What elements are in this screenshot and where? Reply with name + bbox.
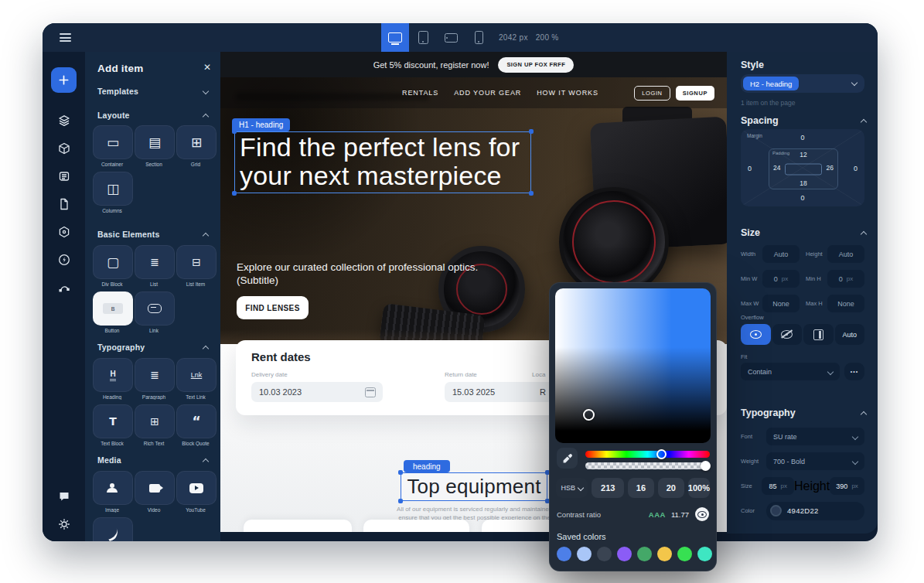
- alpha-value-input[interactable]: 100%: [688, 478, 710, 498]
- element-tile-list-item[interactable]: ⊟ List Item: [176, 245, 215, 287]
- margin-left-value[interactable]: 0: [748, 165, 752, 172]
- files-button[interactable]: [51, 191, 77, 216]
- canvas-zoom-value[interactable]: 200 %: [536, 33, 559, 42]
- delivery-date-input[interactable]: 10.03 2023: [251, 382, 383, 402]
- padding-top-value[interactable]: 12: [800, 151, 806, 159]
- pages-button[interactable]: [51, 163, 77, 189]
- padding-editor[interactable]: Padding 12 24 26 18: [769, 148, 838, 189]
- saved-color-swatch[interactable]: [697, 547, 712, 561]
- padding-left-value[interactable]: 24: [773, 164, 780, 172]
- saved-color-swatch[interactable]: [597, 547, 612, 561]
- h1-element-tag[interactable]: H1 - heading: [232, 118, 290, 131]
- chevron-up-icon[interactable]: [861, 119, 867, 125]
- vector-tool-button[interactable]: [51, 274, 77, 300]
- alpha-slider[interactable]: [585, 462, 710, 469]
- chevron-up-icon[interactable]: [203, 459, 209, 465]
- element-tile-container[interactable]: ▭ Container: [93, 125, 131, 167]
- max-width-input[interactable]: None: [762, 295, 800, 312]
- min-height-input[interactable]: 0px: [827, 270, 864, 288]
- overflow-scroll-button[interactable]: [803, 324, 834, 345]
- components-button[interactable]: [51, 135, 77, 161]
- hue-value-input[interactable]: 213: [592, 478, 623, 498]
- overflow-hidden-button[interactable]: [772, 324, 803, 345]
- overflow-visible-button[interactable]: [741, 324, 771, 345]
- nav-link-how-it-works[interactable]: HOW IT WORKS: [537, 89, 598, 97]
- section-basic-elements[interactable]: Basic Elements: [97, 230, 159, 239]
- find-lenses-button[interactable]: FIND LENSES: [237, 296, 309, 319]
- assets-button[interactable]: [51, 219, 77, 244]
- login-button[interactable]: LOGIN: [634, 86, 670, 101]
- signup-promo-button[interactable]: SIGN UP FOX FRFF: [498, 57, 574, 73]
- settings-button[interactable]: [51, 511, 77, 537]
- selection-handle[interactable]: [232, 191, 237, 196]
- hue-thumb[interactable]: [656, 449, 667, 459]
- selection-handle[interactable]: [398, 499, 403, 503]
- selection-handle[interactable]: [398, 470, 403, 475]
- element-tile-columns[interactable]: ◫ Columns: [93, 172, 131, 213]
- width-input[interactable]: Auto: [762, 245, 800, 263]
- element-tile-link[interactable]: Link: [135, 292, 173, 333]
- element-tile-text-link[interactable]: Lnk Text Link: [176, 358, 215, 400]
- saved-color-swatch[interactable]: [677, 547, 692, 561]
- element-tile-div-block[interactable]: ▢ Div Block: [93, 245, 131, 287]
- layers-button[interactable]: [51, 107, 77, 133]
- chevron-up-icon[interactable]: [861, 411, 867, 418]
- spacing-center-input[interactable]: [785, 163, 822, 175]
- chevron-down-icon[interactable]: [203, 88, 209, 94]
- element-tile-button[interactable]: B Button: [93, 292, 131, 333]
- device-mobile-button[interactable]: [465, 23, 493, 52]
- plugins-button[interactable]: [51, 247, 77, 272]
- more-options-button[interactable]: •••: [844, 363, 864, 380]
- selection-handle[interactable]: [529, 129, 534, 134]
- chevron-up-icon[interactable]: [203, 346, 209, 352]
- contrast-preview-button[interactable]: [695, 507, 709, 521]
- device-tablet-button[interactable]: [409, 23, 437, 52]
- saved-color-swatch[interactable]: [617, 547, 632, 561]
- h1-selection-box[interactable]: Find the perfect lens for your next mast…: [234, 131, 531, 193]
- typography-section-title[interactable]: Typography: [741, 407, 796, 418]
- saved-color-swatch[interactable]: [657, 547, 672, 561]
- height-input[interactable]: Auto: [827, 245, 864, 263]
- element-tile-paragraph[interactable]: ≣ Paragraph: [135, 358, 173, 400]
- nav-link-rentals[interactable]: RENTALS: [402, 89, 438, 97]
- saved-color-swatch[interactable]: [577, 547, 592, 561]
- chevron-up-icon[interactable]: [203, 114, 209, 120]
- calendar-icon[interactable]: [365, 387, 376, 397]
- element-tile-text-block[interactable]: T Text Block: [93, 404, 131, 446]
- margin-bottom-value[interactable]: 0: [800, 194, 804, 202]
- max-height-input[interactable]: None: [827, 295, 864, 312]
- element-tile-heading[interactable]: H Heading: [93, 358, 131, 400]
- close-icon[interactable]: ✕: [203, 62, 211, 73]
- margin-right-value[interactable]: 0: [854, 165, 858, 172]
- fit-dropdown[interactable]: Contain: [741, 363, 840, 380]
- hue-slider[interactable]: [585, 451, 710, 458]
- saved-color-swatch[interactable]: [557, 547, 571, 561]
- element-tile-section[interactable]: ▤ Section: [135, 125, 173, 167]
- line-height-input[interactable]: 390px: [830, 477, 864, 495]
- brightness-value-input[interactable]: 20: [658, 478, 684, 498]
- h2-selection-box[interactable]: Top equipment: [401, 472, 547, 501]
- weight-dropdown[interactable]: 700 - Bold: [766, 452, 864, 470]
- hero-heading[interactable]: Find the perfect lens for your next mast…: [235, 132, 530, 191]
- product-card[interactable]: [363, 520, 469, 532]
- device-landscape-button[interactable]: [437, 23, 465, 52]
- selection-handle[interactable]: [232, 129, 237, 134]
- style-selector-dropdown[interactable]: H2 - heading: [741, 74, 864, 93]
- spacing-section-title[interactable]: Spacing: [741, 115, 779, 126]
- eyedropper-button[interactable]: [557, 448, 578, 469]
- nav-link-add-your-gear[interactable]: ADD YOUR GEAR: [454, 89, 521, 97]
- section-layout[interactable]: Layoute: [97, 111, 130, 120]
- comments-button[interactable]: [51, 483, 77, 509]
- section-templates[interactable]: Templates: [97, 87, 138, 96]
- margin-top-value[interactable]: 0: [800, 134, 804, 141]
- chevron-up-icon[interactable]: [861, 231, 867, 237]
- element-tile-video[interactable]: Video: [135, 471, 173, 513]
- hero-subtitle[interactable]: Explore our curated collection of profes…: [237, 261, 484, 287]
- element-tile-rich-text[interactable]: ⊞ Rich Text: [135, 404, 173, 446]
- padding-right-value[interactable]: 26: [827, 164, 834, 172]
- signup-button[interactable]: SIGNUP: [676, 86, 714, 101]
- section-typography[interactable]: Typography: [97, 343, 145, 352]
- equipment-heading[interactable]: Top equipment: [407, 475, 540, 499]
- element-tile-youtube[interactable]: YouTube: [176, 471, 215, 513]
- size-section-title[interactable]: Size: [741, 227, 760, 238]
